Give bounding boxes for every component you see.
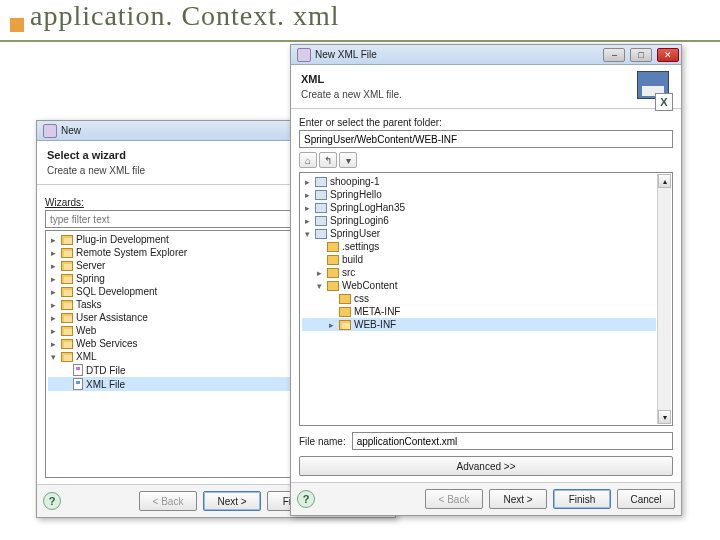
next-button[interactable]: Next > — [203, 491, 261, 511]
advanced-button[interactable]: Advanced >> — [299, 456, 673, 476]
parent-folder-input[interactable] — [299, 130, 673, 148]
tree-item-label: Server — [76, 260, 105, 271]
tree-item[interactable]: ▸src — [302, 266, 656, 279]
folder-icon — [327, 255, 339, 265]
folder-tree[interactable]: ▴ ▾ ▸shooping-1▸SpringHello▸SpringLogHan… — [299, 172, 673, 426]
folder-icon — [327, 268, 339, 278]
expand-icon[interactable]: ▸ — [302, 177, 312, 187]
tree-item-label: Web — [76, 325, 96, 336]
tree-item-label: WEB-INF — [354, 319, 396, 330]
maximize-button[interactable]: □ — [630, 48, 652, 62]
expand-icon[interactable]: ▸ — [48, 313, 58, 323]
tree-item[interactable]: css — [302, 292, 656, 305]
expand-icon[interactable]: ▸ — [326, 320, 336, 330]
expand-icon[interactable]: ▸ — [302, 216, 312, 226]
folder-open-icon — [61, 326, 73, 336]
folder-open-icon — [61, 300, 73, 310]
folder-toolbar: ⌂ ↰ ▾ — [299, 152, 673, 168]
tree-item-label: SpringHello — [330, 189, 382, 200]
tree-item-label: META-INF — [354, 306, 400, 317]
tree-item-label: Remote System Explorer — [76, 247, 187, 258]
file-name-input[interactable] — [352, 432, 673, 450]
xml-file-icon — [73, 378, 83, 390]
new-folder-button[interactable]: ▾ — [339, 152, 357, 168]
tree-item-label: XML — [76, 351, 97, 362]
tree-item-label: User Assistance — [76, 312, 148, 323]
slide-underline — [0, 40, 720, 42]
new-xml-file-dialog: New XML File – □ ✕ XML Create a new XML … — [290, 44, 682, 516]
home-button[interactable]: ⌂ — [299, 152, 317, 168]
expand-icon[interactable]: ▾ — [302, 229, 312, 239]
expand-icon[interactable]: ▸ — [302, 203, 312, 213]
dtd-file-icon — [73, 364, 83, 376]
tree-item-label: SpringLogHan35 — [330, 202, 405, 213]
close-button[interactable]: ✕ — [657, 48, 679, 62]
tree-item[interactable]: ▸WEB-INF — [302, 318, 656, 331]
scroll-up-icon[interactable]: ▴ — [658, 174, 671, 188]
tree-item-label: XML File — [86, 379, 125, 390]
help-button[interactable]: ? — [43, 492, 61, 510]
scrollbar[interactable]: ▴ ▾ — [657, 174, 671, 424]
banner-title: XML — [301, 73, 671, 85]
tree-item[interactable]: build — [302, 253, 656, 266]
tree-item[interactable]: .settings — [302, 240, 656, 253]
titlebar[interactable]: New XML File – □ ✕ — [291, 45, 681, 65]
tree-item-label: Plug-in Development — [76, 234, 169, 245]
project-icon — [315, 190, 327, 200]
parent-folder-label: Enter or select the parent folder: — [299, 117, 673, 128]
back-button[interactable]: < Back — [139, 491, 197, 511]
expand-icon[interactable]: ▸ — [48, 287, 58, 297]
tree-item-label: SQL Development — [76, 286, 157, 297]
tree-item[interactable]: ▾SpringUser — [302, 227, 656, 240]
folder-open-icon — [61, 339, 73, 349]
finish-button[interactable]: Finish — [553, 489, 611, 509]
tree-item-label: shooping-1 — [330, 176, 379, 187]
back-button[interactable]: < Back — [425, 489, 483, 509]
expand-icon[interactable]: ▸ — [302, 190, 312, 200]
tree-item-label: Spring — [76, 273, 105, 284]
scroll-down-icon[interactable]: ▾ — [658, 410, 671, 424]
tree-item-label: src — [342, 267, 355, 278]
tree-item[interactable]: ▸SpringHello — [302, 188, 656, 201]
tree-item-label: DTD File — [86, 365, 125, 376]
slide-accent — [10, 18, 24, 32]
tree-item[interactable]: ▸SpringLogin6 — [302, 214, 656, 227]
folder-open-icon — [61, 248, 73, 258]
tree-item[interactable]: META-INF — [302, 305, 656, 318]
tree-item-label: Tasks — [76, 299, 102, 310]
eclipse-icon — [43, 124, 57, 138]
expand-icon[interactable]: ▸ — [48, 261, 58, 271]
expand-icon[interactable]: ▸ — [48, 274, 58, 284]
cancel-button[interactable]: Cancel — [617, 489, 675, 509]
button-bar: ? < Back Next > Finish Cancel — [291, 482, 681, 515]
folder-open-icon — [339, 320, 351, 330]
minimize-button[interactable]: – — [603, 48, 625, 62]
project-icon — [315, 203, 327, 213]
expand-icon[interactable]: ▸ — [48, 235, 58, 245]
tree-item-label: Web Services — [76, 338, 138, 349]
slide-title: application. Context. xml — [30, 0, 340, 32]
next-button[interactable]: Next > — [489, 489, 547, 509]
folder-icon — [327, 242, 339, 252]
folder-icon — [339, 307, 351, 317]
dialog-title: New — [61, 125, 81, 136]
tree-item[interactable]: ▸shooping-1 — [302, 175, 656, 188]
tree-item-label: SpringLogin6 — [330, 215, 389, 226]
tree-item[interactable]: ▸SpringLogHan35 — [302, 201, 656, 214]
folder-open-icon — [61, 235, 73, 245]
expand-icon[interactable]: ▾ — [48, 352, 58, 362]
folder-open-icon — [61, 287, 73, 297]
tree-item-label: SpringUser — [330, 228, 380, 239]
tree-item-label: WebContent — [342, 280, 397, 291]
xml-file-icon: X — [633, 71, 673, 111]
help-button[interactable]: ? — [297, 490, 315, 508]
expand-icon[interactable]: ▸ — [48, 339, 58, 349]
tree-item[interactable]: ▾WebContent — [302, 279, 656, 292]
up-button[interactable]: ↰ — [319, 152, 337, 168]
expand-icon[interactable]: ▸ — [48, 326, 58, 336]
expand-icon[interactable]: ▸ — [48, 300, 58, 310]
expand-icon[interactable]: ▸ — [314, 268, 324, 278]
tree-item-label: .settings — [342, 241, 379, 252]
expand-icon[interactable]: ▸ — [48, 248, 58, 258]
expand-icon[interactable]: ▾ — [314, 281, 324, 291]
